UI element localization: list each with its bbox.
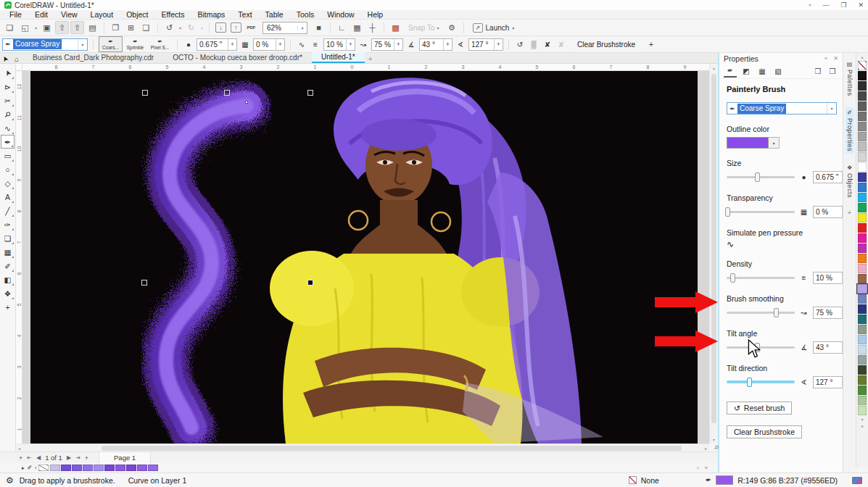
menu-item[interactable]: Text <box>231 10 258 20</box>
redo-button[interactable]: ↻ <box>184 21 198 34</box>
document-palette-swatch[interactable] <box>104 465 115 471</box>
palette-more-icon[interactable]: » <box>705 465 708 471</box>
brush-preset-combo[interactable]: ✒ Coarse Spray ▾ <box>2 38 88 51</box>
eyedropper-icon[interactable]: ✐ <box>28 465 33 471</box>
pixel-spray-button[interactable]: ✒ Pixel S... <box>148 36 172 52</box>
collapse-docker-icon[interactable]: » <box>824 55 827 62</box>
freehand-tool[interactable]: ∿ <box>1 121 15 135</box>
reset-icon[interactable]: ↺ <box>514 41 526 49</box>
stepper-icon[interactable]: + <box>346 39 355 50</box>
document-palette-swatch[interactable] <box>50 465 60 471</box>
add-page-button-2[interactable]: + <box>85 454 88 462</box>
palette-color-swatch[interactable] <box>858 375 867 385</box>
erase-brushstroke-icon[interactable]: ✘ <box>542 41 553 49</box>
palette-color-swatch[interactable] <box>858 335 867 344</box>
palette-color-swatch[interactable] <box>858 132 867 141</box>
pen-pressure-icon[interactable]: ∿ <box>296 41 307 49</box>
panel-frame-icon[interactable]: ❒ <box>812 65 824 77</box>
palette-color-swatch[interactable] <box>858 264 867 273</box>
reset-brush-button[interactable]: ↺ Reset brush <box>727 401 792 415</box>
smoothing-field[interactable]: 75 % + <box>371 38 403 51</box>
palette-color-swatch[interactable] <box>858 213 867 222</box>
paste-button[interactable]: ❑ <box>139 21 153 34</box>
slider-thumb[interactable] <box>755 172 760 182</box>
vertical-scrollbar[interactable]: ▴ ▾ <box>709 64 718 444</box>
palette-color-swatch[interactable] <box>858 183 867 192</box>
options-gear-button[interactable]: ⚙ <box>445 21 459 34</box>
launch-dropdown[interactable]: ↗ Launch ▾ <box>468 23 519 33</box>
marquee-icon[interactable]: ▒ <box>528 41 540 49</box>
outline-color-swatch[interactable] <box>727 137 769 149</box>
vertical-ruler[interactable]: 121110987654321 <box>16 71 22 444</box>
tilt-angle-field[interactable]: 43 ° + <box>419 38 452 51</box>
photo-object[interactable] <box>30 71 698 444</box>
drop-shadow-tool[interactable]: ❏ <box>1 231 15 245</box>
palette-flyout-icon[interactable]: ▸ <box>22 465 25 471</box>
palette-color-swatch[interactable] <box>858 386 867 395</box>
document-palette-swatch[interactable] <box>94 465 104 471</box>
drawing-canvas[interactable] <box>22 71 709 444</box>
panel-tab-effects[interactable]: ▧ <box>772 64 785 78</box>
crop-tool[interactable]: ✂ <box>1 93 15 107</box>
menu-item[interactable]: Edit <box>28 10 54 20</box>
transparency-tool[interactable]: ▦ <box>1 245 15 259</box>
new-tab-button[interactable]: + <box>365 55 376 63</box>
smart-fill-tool[interactable]: ❖ <box>1 286 15 300</box>
palette-more-icon[interactable]: » <box>861 424 864 429</box>
selection-handle[interactable] <box>141 280 147 286</box>
palette-color-swatch[interactable] <box>858 355 867 365</box>
document-tab-business-card[interactable]: Business Card_Dark Photography.cdr <box>23 52 163 63</box>
palette-color-swatch[interactable] <box>858 274 867 283</box>
page-tab[interactable]: Page 1 <box>99 452 151 464</box>
document-palette-swatch[interactable] <box>115 465 125 471</box>
palette-color-swatch[interactable] <box>858 233 867 243</box>
last-page-icon[interactable]: ⇥ <box>75 454 80 461</box>
cloud-save-button[interactable]: ⇧ <box>70 21 84 34</box>
menu-item[interactable]: Table <box>259 10 290 20</box>
docker-tab-properties[interactable]: ✐ Properties <box>846 107 854 154</box>
palette-color-swatch[interactable] <box>858 365 867 375</box>
density-field[interactable]: 10 % + <box>323 38 355 51</box>
new-document-button[interactable]: ❏ <box>3 21 17 34</box>
menu-item[interactable]: Object <box>120 10 154 20</box>
palette-color-swatch[interactable] <box>858 294 867 304</box>
scroll-right-icon[interactable]: ▸ <box>705 444 707 451</box>
clear-brushstroke-button[interactable]: Clear Brushstroke <box>569 38 643 51</box>
palette-color-swatch[interactable] <box>858 71 867 80</box>
add-page-button[interactable]: + <box>19 454 22 462</box>
menu-item[interactable]: Layout <box>84 10 120 20</box>
export-button[interactable]: ↑ <box>231 22 241 33</box>
display-settings-icon[interactable] <box>852 477 862 484</box>
undo-button[interactable]: ↺ <box>162 21 176 34</box>
document-palette-swatch[interactable] <box>126 465 136 471</box>
menu-item[interactable]: Window <box>321 10 360 20</box>
status-gear-icon[interactable]: ⚙ <box>6 475 14 486</box>
show-rulers-button[interactable]: ∟ <box>335 21 349 34</box>
docker-tab-objects[interactable]: ❖ Objects <box>846 162 854 200</box>
snap-state-button[interactable]: ▩ <box>389 21 402 34</box>
zoom-level-combo[interactable]: 62% ▾ <box>263 22 307 34</box>
close-button[interactable]: ✕ <box>858 1 864 9</box>
menu-item[interactable]: File <box>3 10 28 20</box>
text-tool[interactable]: A <box>1 190 15 204</box>
sprinkle-button[interactable]: ✒ Sprinkle <box>123 36 147 52</box>
vertical-scrollbar-thumb[interactable] <box>711 74 716 423</box>
add-tool-button[interactable]: + <box>1 300 15 314</box>
stepper-icon[interactable]: + <box>394 39 402 50</box>
stepper-icon[interactable]: + <box>228 39 236 50</box>
interactive-fill-tool[interactable]: ◧ <box>1 272 15 286</box>
docker-tab-palettes[interactable]: ▤ Palettes <box>846 59 854 99</box>
add-docker-icon[interactable]: + <box>848 209 852 217</box>
full-screen-button[interactable]: ■ <box>312 21 326 34</box>
document-tab-octo-mockup[interactable]: OCTO - Mockup cueca boxer droop.cdr* <box>163 52 312 63</box>
document-palette-swatch[interactable] <box>61 465 71 471</box>
tilt-direction-field[interactable]: 127 ° + <box>468 38 503 51</box>
palette-color-swatch[interactable] <box>858 203 867 212</box>
ellipse-tool[interactable]: ○ <box>1 162 15 176</box>
transparency-field[interactable]: 0 % + <box>253 38 285 51</box>
palette-color-swatch[interactable] <box>858 101 867 111</box>
stepper-icon[interactable]: + <box>276 39 284 50</box>
minimize-button[interactable]: — <box>822 1 829 9</box>
show-guidelines-button[interactable]: ┼ <box>365 21 379 34</box>
palette-scroll-up-icon[interactable]: ▴ <box>861 54 863 60</box>
